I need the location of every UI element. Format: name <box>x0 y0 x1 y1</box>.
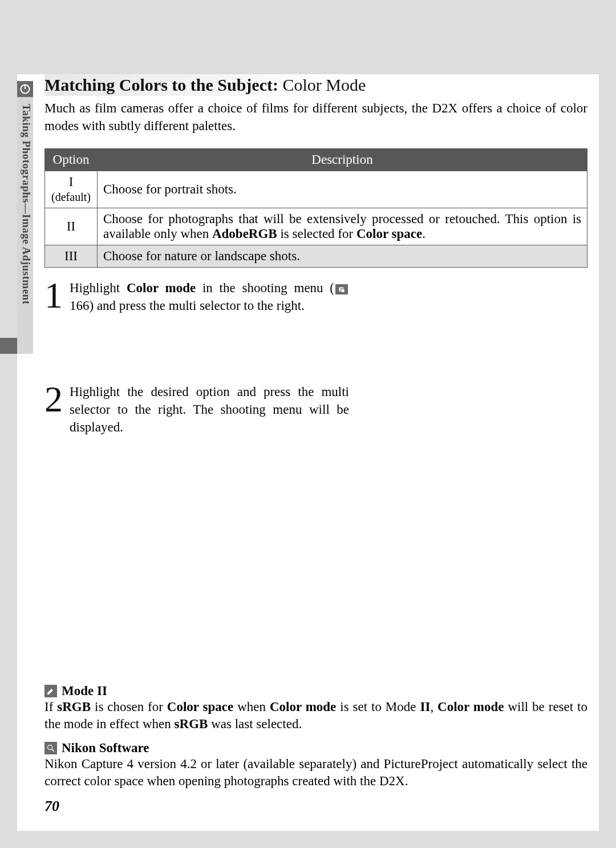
description-cell: Choose for portrait shots. <box>98 171 587 208</box>
note-bold: Color space <box>167 700 233 714</box>
svg-line-3 <box>52 749 54 752</box>
reference-icon <box>335 284 348 294</box>
note-head: Mode II <box>44 684 587 698</box>
magnifier-icon <box>44 742 57 754</box>
desc-part: . <box>422 227 425 241</box>
side-tab-label: Taking Photographs—Image Adjustment <box>20 104 33 304</box>
table-row: III Choose for nature or landscape shots… <box>45 245 587 268</box>
note-title: Nikon Software <box>62 741 149 756</box>
option-value: I <box>69 175 74 189</box>
note-head: Nikon Software <box>44 741 587 756</box>
note-part: , <box>430 700 437 714</box>
page-number: 70 <box>44 798 587 815</box>
note-bold: sRGB <box>57 700 91 714</box>
step-number: 1 <box>44 279 63 312</box>
page: Taking Photographs—Image Adjustment Matc… <box>17 74 599 831</box>
option-cell: I (default) <box>45 171 98 208</box>
step-1: 1 Highlight Color mode in the shooting m… <box>44 279 587 314</box>
col-header-option: Option <box>45 149 98 171</box>
footer-notes: Mode II If sRGB is chosen for Color spac… <box>44 684 587 815</box>
side-tab: Taking Photographs—Image Adjustment <box>17 81 33 354</box>
svg-point-2 <box>48 745 52 750</box>
note-bold: Color mode <box>437 700 504 714</box>
note-body: If sRGB is chosen for Color space when C… <box>44 698 587 733</box>
note-part: is set to Mode <box>336 700 420 714</box>
intro-text: Much as film cameras offer a choice of f… <box>44 99 587 135</box>
heading-rest: Color Mode <box>278 75 366 94</box>
desc-part: is selected for <box>277 227 356 241</box>
pencil-icon <box>44 685 57 697</box>
note-part: If <box>44 700 57 714</box>
table-header-row: Option Description <box>45 149 587 171</box>
step-2: 2 Highlight the desired option and press… <box>44 383 587 436</box>
col-header-description: Description <box>98 149 587 171</box>
content: Matching Colors to the Subject: Color Mo… <box>17 74 599 436</box>
note-bold: II <box>420 700 430 714</box>
step-part: Highlight <box>70 281 127 295</box>
table-row: I (default) Choose for portrait shots. <box>45 171 587 208</box>
table-row: II Choose for photographs that will be e… <box>45 208 587 245</box>
note-mode-ii: Mode II If sRGB is chosen for Color spac… <box>44 684 587 733</box>
note-bold: Color mode <box>270 700 336 714</box>
note-part: is chosen for <box>91 700 167 714</box>
option-sub: (default) <box>51 191 91 203</box>
desc-bold: Color space <box>356 227 422 241</box>
desc-bold: AdobeRGB <box>212 227 277 241</box>
heading-row: Matching Colors to the Subject: Color Mo… <box>44 74 400 96</box>
note-title: Mode II <box>62 684 107 698</box>
step-body: Highlight Color mode in the shooting men… <box>70 279 349 314</box>
step-part: 166) and press the multi selector to the… <box>70 298 305 313</box>
option-cell: II <box>45 208 98 245</box>
note-bold: sRGB <box>175 717 208 731</box>
step-part: in the shooting menu ( <box>196 281 334 295</box>
note-nikon-software: Nikon Software Nikon Capture 4 version 4… <box>44 741 587 790</box>
step-number: 2 <box>44 383 63 416</box>
note-part: was last selected. <box>208 717 302 731</box>
page-heading: Matching Colors to the Subject: Color Mo… <box>44 75 366 94</box>
camera-mode-icon <box>17 81 33 97</box>
step-bold: Color mode <box>127 281 196 295</box>
step-body: Highlight the desired option and press t… <box>70 383 349 436</box>
heading-bold: Matching Colors to the Subject: <box>44 75 278 94</box>
note-part: when <box>233 700 270 714</box>
option-cell: III <box>45 245 98 268</box>
margin-tab <box>0 338 17 354</box>
note-body: Nikon Capture 4 version 4.2 or later (av… <box>44 756 587 790</box>
description-cell: Choose for nature or landscape shots. <box>98 245 587 268</box>
description-cell: Choose for photographs that will be exte… <box>98 208 587 245</box>
options-table: Option Description I (default) Choose fo… <box>44 148 587 268</box>
